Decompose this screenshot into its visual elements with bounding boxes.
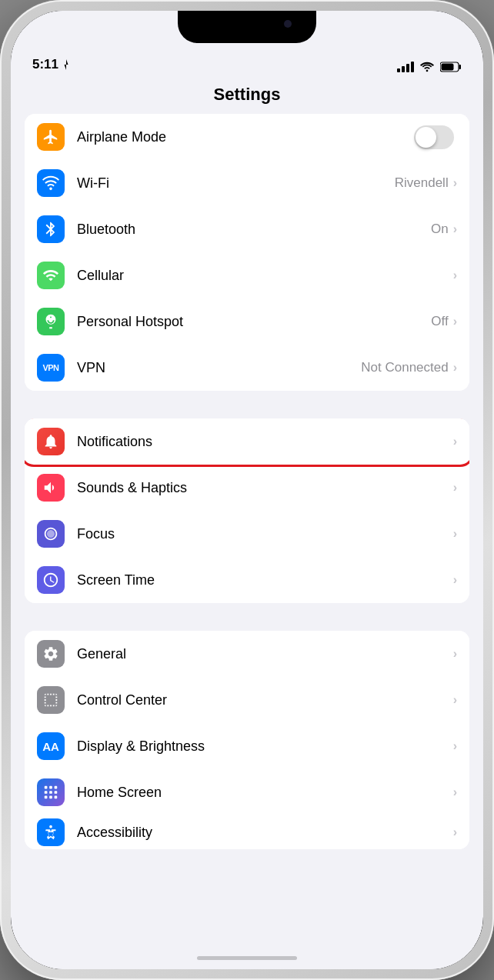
sounds-row[interactable]: Sounds & Haptics › — [25, 465, 469, 511]
accessibility-label: Accessibility — [77, 825, 453, 841]
screen: 5:11 — [11, 11, 483, 969]
vpn-icon: VPN — [37, 354, 65, 382]
status-right — [397, 62, 462, 72]
svg-rect-4 — [49, 786, 52, 789]
airplane-mode-toggle[interactable] — [414, 125, 454, 149]
notifications-chevron: › — [453, 435, 457, 448]
wifi-value: Rivendell — [395, 175, 449, 191]
svg-rect-10 — [49, 796, 52, 799]
svg-rect-2 — [442, 64, 454, 71]
signal-bar-2 — [402, 66, 405, 72]
signal-bar-1 — [397, 68, 400, 72]
wifi-chevron: › — [453, 176, 457, 190]
display-label: Display & Brightness — [77, 738, 449, 755]
home-indicator — [11, 946, 483, 969]
bluetooth-chevron: › — [453, 222, 457, 236]
home-screen-icon — [37, 778, 65, 806]
sounds-label: Sounds & Haptics — [77, 480, 449, 496]
control-center-icon — [37, 686, 65, 714]
signal-bar-3 — [406, 64, 409, 72]
wifi-row-icon — [37, 169, 65, 197]
display-chevron: › — [453, 739, 457, 753]
notifications-label: Notifications — [77, 434, 449, 450]
general-label: General — [77, 646, 449, 662]
svg-rect-5 — [55, 786, 58, 789]
home-screen-chevron: › — [453, 785, 457, 799]
svg-rect-7 — [49, 791, 52, 794]
svg-rect-3 — [45, 786, 48, 789]
home-bar — [197, 956, 297, 960]
general-chevron: › — [453, 647, 457, 661]
system-group: General › Control Center › — [25, 631, 469, 849]
hotspot-chevron: › — [453, 315, 457, 328]
status-bar: 5:11 — [11, 11, 483, 78]
screen-time-icon — [37, 566, 65, 594]
focus-icon — [37, 520, 65, 548]
page-title: Settings — [214, 85, 281, 104]
general-icon — [37, 640, 65, 668]
signal-bars — [397, 62, 414, 72]
hotspot-icon — [37, 308, 65, 335]
screen-time-row[interactable]: Screen Time › — [25, 557, 469, 603]
bluetooth-value: On — [431, 222, 449, 237]
wifi-icon — [420, 62, 434, 72]
control-center-chevron: › — [453, 693, 457, 707]
control-center-row[interactable]: Control Center › — [25, 677, 469, 723]
svg-rect-1 — [459, 65, 462, 69]
general-row[interactable]: General › — [25, 631, 469, 677]
vpn-row[interactable]: VPN VPN Not Connected › — [25, 345, 469, 391]
accessibility-chevron: › — [453, 825, 457, 839]
cellular-chevron: › — [453, 268, 457, 282]
screen-time-chevron: › — [453, 573, 457, 587]
airplane-mode-icon — [37, 123, 65, 151]
accessibility-icon — [37, 818, 65, 846]
cellular-label: Cellular — [77, 268, 449, 284]
display-row[interactable]: AA Display & Brightness › — [25, 723, 469, 769]
svg-rect-11 — [55, 796, 58, 799]
signal-bar-4 — [411, 62, 414, 72]
wifi-label: Wi-Fi — [77, 175, 395, 192]
alerts-group: Notifications › Sounds & Haptics — [25, 418, 469, 603]
hotspot-value: Off — [431, 314, 448, 329]
focus-chevron: › — [453, 527, 457, 541]
cellular-row[interactable]: Cellular › — [25, 252, 469, 298]
status-left: 5:11 — [32, 57, 71, 72]
toggle-knob — [416, 127, 436, 148]
focus-row[interactable]: Focus › — [25, 511, 469, 557]
notch-dot — [284, 20, 292, 28]
wifi-row[interactable]: Wi-Fi Rivendell › — [25, 160, 469, 206]
vpn-chevron: › — [453, 361, 457, 375]
vpn-label: VPN — [77, 360, 361, 376]
cellular-icon — [37, 262, 65, 289]
network-group: Airplane Mode Wi-Fi Rivendel — [25, 114, 469, 391]
hotspot-row[interactable]: Personal Hotspot Off › — [25, 298, 469, 345]
home-screen-row[interactable]: Home Screen › — [25, 769, 469, 815]
screen-time-label: Screen Time — [77, 572, 449, 588]
home-screen-label: Home Screen — [77, 785, 449, 801]
phone-frame: 5:11 — [0, 0, 494, 980]
sounds-icon — [37, 474, 65, 502]
svg-point-12 — [49, 825, 52, 828]
svg-rect-6 — [45, 791, 48, 794]
notch — [178, 11, 316, 43]
battery-icon — [440, 62, 462, 72]
svg-rect-8 — [55, 791, 58, 794]
sounds-chevron: › — [453, 481, 457, 495]
display-icon: AA — [37, 732, 65, 760]
time: 5:11 — [32, 57, 58, 72]
hotspot-label: Personal Hotspot — [77, 314, 431, 330]
settings-content[interactable]: Airplane Mode Wi-Fi Rivendel — [11, 114, 483, 946]
phone-inner: 5:11 — [11, 11, 483, 969]
accessibility-row[interactable]: Accessibility › — [25, 815, 469, 849]
location-icon — [62, 59, 71, 70]
airplane-mode-row[interactable]: Airplane Mode — [25, 114, 469, 160]
focus-label: Focus — [77, 526, 449, 542]
bluetooth-row[interactable]: Bluetooth On › — [25, 206, 469, 252]
nav-bar: Settings — [11, 78, 483, 114]
control-center-label: Control Center — [77, 692, 449, 708]
notifications-row[interactable]: Notifications › — [25, 418, 469, 465]
bluetooth-label: Bluetooth — [77, 222, 431, 238]
svg-rect-9 — [45, 796, 48, 799]
bluetooth-icon — [37, 215, 65, 243]
notifications-icon — [37, 428, 65, 455]
